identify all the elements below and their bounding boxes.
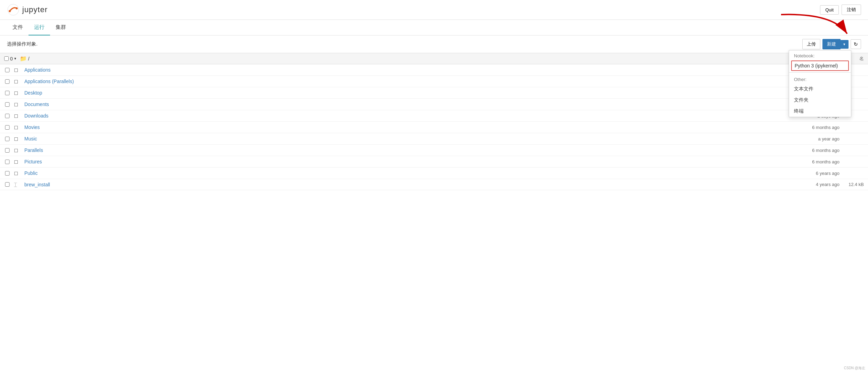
- file-link[interactable]: Movies: [24, 124, 794, 130]
- app-title: jupyter: [22, 5, 48, 14]
- dropdown-divider: [789, 72, 851, 73]
- notebook-section-label: Notebook:: [789, 50, 851, 60]
- select-all-checkbox[interactable]: [4, 56, 9, 61]
- file-checkbox[interactable]: [4, 182, 10, 187]
- file-row: ◻ Documents: [0, 99, 868, 110]
- file-checkbox[interactable]: [4, 102, 10, 107]
- other-section-label: Other:: [789, 74, 851, 83]
- file-size: 12.4 kB: [843, 182, 864, 187]
- file-row: ◻ Downloads 2 days ago: [0, 110, 868, 122]
- file-link[interactable]: Applications: [24, 67, 794, 73]
- toolbar: 选择操作对象. 上传 新建 ▾ ↻ Notebook: Python 3 (ip…: [0, 35, 868, 53]
- jupyter-logo-icon: [7, 3, 19, 16]
- file-row: ◻ Music a year ago: [0, 133, 868, 145]
- file-link[interactable]: Public: [24, 170, 794, 176]
- new-button-dropdown-toggle[interactable]: ▾: [841, 40, 849, 49]
- file-checkbox[interactable]: [4, 125, 10, 130]
- file-date: 6 years ago: [798, 171, 839, 176]
- folder-icon: ◻: [14, 67, 21, 73]
- file-link[interactable]: Downloads: [24, 113, 794, 119]
- file-link[interactable]: Documents: [24, 102, 794, 107]
- svg-point-1: [9, 10, 11, 12]
- folder-icon: ◻: [14, 147, 21, 153]
- file-row: ◻ Pictures 6 months ago: [0, 156, 868, 168]
- logout-button[interactable]: 注销: [842, 5, 861, 15]
- file-icon: ⌶: [14, 181, 21, 187]
- file-date: 6 months ago: [798, 125, 839, 130]
- file-date: 6 months ago: [798, 148, 839, 153]
- file-checkbox[interactable]: [4, 79, 10, 84]
- file-browser-header: 0 ▾ 📁 / 名: [0, 53, 868, 64]
- file-link[interactable]: Applications (Parallels): [24, 79, 794, 84]
- folder-icon: ◻: [14, 170, 21, 176]
- file-checkbox[interactable]: [4, 160, 10, 164]
- logo-area: jupyter: [7, 3, 48, 16]
- app-header: jupyter Quit 注销: [0, 0, 868, 20]
- folder-item[interactable]: 文件夹: [789, 95, 851, 106]
- upload-button[interactable]: 上传: [802, 39, 820, 49]
- file-date: 4 years ago: [798, 182, 839, 187]
- header-buttons: Quit 注销: [820, 5, 861, 15]
- nav-tabs: 文件 运行 集群: [0, 20, 868, 35]
- file-row: ◻ Movies 6 months ago: [0, 122, 868, 133]
- terminal-item[interactable]: 终端: [789, 106, 851, 117]
- file-link[interactable]: Pictures: [24, 159, 794, 164]
- python-kernel-item[interactable]: Python 3 (ipykernel): [791, 60, 849, 71]
- file-row: ⌶ brew_install 4 years ago 12.4 kB: [0, 179, 868, 190]
- tab-files[interactable]: 文件: [7, 20, 29, 35]
- folder-icon: 📁: [20, 55, 27, 62]
- svg-point-0: [8, 4, 19, 15]
- file-row: ◻ Desktop: [0, 87, 868, 99]
- folder-icon: ◻: [14, 124, 21, 130]
- file-checkbox[interactable]: [4, 148, 10, 153]
- svg-point-2: [16, 7, 18, 9]
- file-row: ◻ Applications: [0, 64, 868, 76]
- path-area: 📁 /: [20, 55, 30, 62]
- file-date: a year ago: [798, 136, 839, 141]
- file-link[interactable]: Desktop: [24, 90, 794, 96]
- file-checkbox[interactable]: [4, 137, 10, 141]
- current-path: /: [28, 56, 30, 62]
- toolbar-right: 上传 新建 ▾ ↻ Notebook: Python 3 (ipykernel)…: [802, 39, 861, 49]
- file-count: 0: [10, 56, 13, 62]
- folder-icon: ◻: [14, 101, 21, 107]
- file-link[interactable]: Parallels: [24, 147, 794, 153]
- select-label: 选择操作对象.: [7, 41, 38, 47]
- file-row: ◻ Public 6 years ago: [0, 168, 868, 179]
- file-date: 6 months ago: [798, 159, 839, 164]
- file-row: ◻ Parallels 6 months ago: [0, 145, 868, 156]
- file-checkbox[interactable]: [4, 171, 10, 176]
- folder-icon: ◻: [14, 90, 21, 96]
- file-checkbox[interactable]: [4, 68, 10, 72]
- folder-icon: ◻: [14, 78, 21, 84]
- col-name: 名: [859, 56, 864, 62]
- new-dropdown-menu: Notebook: Python 3 (ipykernel) Other: 文本…: [789, 50, 851, 117]
- file-link[interactable]: Music: [24, 136, 794, 141]
- folder-icon: ◻: [14, 113, 21, 119]
- file-checkbox[interactable]: [4, 114, 10, 118]
- select-all-area: 0 ▾: [4, 56, 16, 62]
- folder-icon: ◻: [14, 159, 21, 165]
- new-button-group: 新建 ▾: [822, 39, 849, 49]
- file-row: ◻ Applications (Parallels): [0, 76, 868, 87]
- column-headers: 名: [859, 56, 864, 62]
- file-list: ◻ Applications ◻ Applications (Parallels…: [0, 64, 868, 190]
- tab-running[interactable]: 运行: [29, 20, 50, 35]
- file-checkbox[interactable]: [4, 91, 10, 95]
- new-button-main[interactable]: 新建: [822, 39, 841, 49]
- folder-icon: ◻: [14, 136, 21, 142]
- tab-clusters[interactable]: 集群: [50, 20, 72, 35]
- refresh-button[interactable]: ↻: [851, 39, 861, 49]
- quit-button[interactable]: Quit: [820, 5, 839, 15]
- dropdown-arrow[interactable]: ▾: [14, 56, 16, 61]
- text-file-item[interactable]: 文本文件: [789, 83, 851, 95]
- file-link[interactable]: brew_install: [24, 182, 794, 187]
